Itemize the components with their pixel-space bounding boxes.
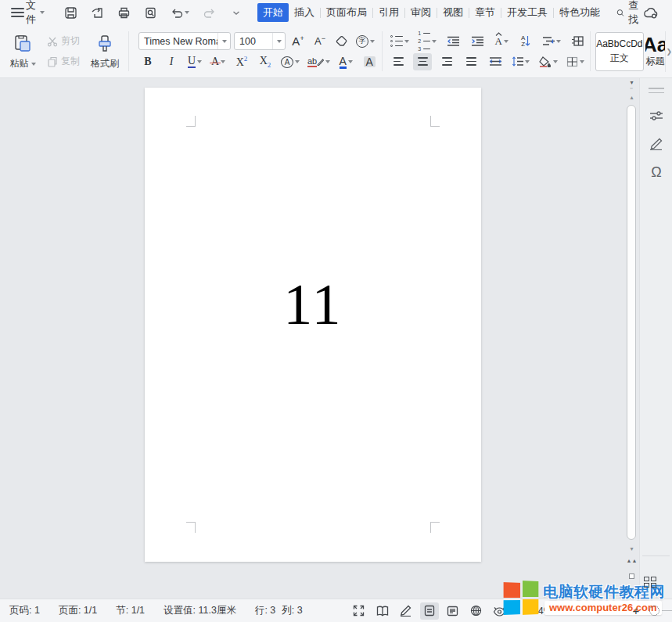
tab-page-layout[interactable]: 页面布局 (321, 3, 372, 22)
decrease-font-button[interactable]: A− (311, 33, 329, 50)
tab-developer[interactable]: 开发工具 (501, 3, 553, 22)
eye-protect-icon[interactable] (491, 602, 509, 620)
text-direction-icon (495, 32, 502, 36)
tab-references[interactable]: 引用 (373, 3, 404, 22)
sort-button[interactable]: AZ (516, 33, 535, 50)
print-icon[interactable] (115, 4, 132, 21)
shading-button[interactable] (537, 53, 559, 70)
status-section[interactable]: 节: 1/1 (106, 604, 154, 617)
panel-drag-handle[interactable] (649, 88, 664, 93)
main-menu-icon[interactable] (11, 8, 24, 17)
qat-customize-caret-icon[interactable] (228, 4, 245, 21)
document-text[interactable]: 11 (145, 275, 481, 333)
ink-mode-icon[interactable] (397, 602, 415, 620)
borders-button[interactable] (565, 53, 586, 70)
scroll-up-icon[interactable]: ▴ (624, 92, 639, 103)
redo-button-disabled[interactable] (201, 4, 218, 21)
align-right-button[interactable] (437, 53, 456, 70)
numbered-list-button[interactable]: 123 (416, 33, 438, 50)
caret-down-icon (404, 40, 409, 43)
style-normal[interactable]: AaBbCcDd 正文 (595, 32, 643, 71)
text-effects-button[interactable]: A (279, 53, 301, 70)
zoom-out-button[interactable]: − (565, 604, 577, 618)
save-icon[interactable] (62, 4, 79, 21)
highlight-pen-icon (317, 58, 324, 66)
status-line[interactable]: 行: 3 (246, 604, 279, 617)
decrease-indent-icon (447, 36, 460, 46)
insert-frame-button[interactable] (568, 33, 587, 50)
file-menu-button[interactable]: 文件 (24, 0, 51, 27)
tab-review[interactable]: 审阅 (405, 3, 437, 22)
decrease-indent-button[interactable] (444, 33, 462, 50)
status-setting-value[interactable]: 设置值: 11.3厘米 (154, 604, 246, 617)
omega-symbol-icon[interactable]: Ω (640, 160, 672, 184)
tab-insert[interactable]: 插入 (289, 3, 320, 22)
margin-mark-bottom-left (186, 522, 196, 533)
align-center-button[interactable] (413, 53, 432, 70)
style-title[interactable]: Aa 标题 (645, 32, 666, 71)
properties-sliders-icon[interactable] (640, 104, 672, 128)
text-direction-button[interactable]: A (492, 33, 511, 50)
vertical-scrollbar[interactable]: ▾┄ ▴ ▾ ▲▲ (624, 78, 639, 599)
scroll-down-icon[interactable]: ▾ (624, 544, 639, 555)
bullet-list-button[interactable] (389, 33, 411, 50)
ink-pen-icon[interactable] (640, 132, 672, 156)
increase-font-button[interactable]: A+ (289, 33, 307, 50)
outline-view-icon[interactable] (444, 602, 462, 620)
caret-down-icon (221, 60, 225, 63)
cut-button-disabled[interactable]: 剪切 (47, 34, 80, 49)
cloud-sync-icon[interactable] (642, 4, 659, 21)
distribute-button[interactable] (486, 53, 505, 70)
read-layout-icon[interactable] (373, 602, 392, 620)
undo-button[interactable] (168, 4, 192, 21)
paste-button[interactable]: 粘贴 (5, 29, 41, 76)
ruler-toggle-icon[interactable]: ▾┄ (624, 80, 639, 91)
italic-button[interactable]: I (162, 53, 181, 70)
font-size-select[interactable]: 100 (234, 32, 286, 50)
font-name-select[interactable]: Times New Roman (138, 32, 231, 50)
previous-page-icon[interactable]: ▲▲ (624, 555, 639, 566)
align-left-button[interactable] (389, 53, 408, 70)
phonetic-guide-button[interactable]: 字 (354, 33, 376, 50)
clear-format-button[interactable] (332, 33, 351, 50)
font-color-button[interactable]: A (336, 53, 355, 70)
highlight-color-button[interactable]: ab (306, 53, 332, 70)
status-pages[interactable]: 页面: 1/1 (49, 604, 106, 617)
style-name: 正文 (610, 52, 629, 65)
page-view-icon[interactable] (420, 602, 439, 620)
web-layout-icon[interactable] (467, 602, 486, 620)
right-task-panel: Ω (639, 78, 672, 599)
scrollbar-thumb[interactable] (627, 105, 636, 540)
window-grid-icon[interactable] (644, 577, 659, 590)
bold-button[interactable]: B (138, 53, 157, 70)
tab-section[interactable]: 章节 (469, 3, 501, 22)
format-painter-button[interactable]: 格式刷 (84, 29, 125, 76)
strikethrough-button[interactable]: A (209, 53, 228, 70)
superscript-button[interactable]: X2 (232, 53, 251, 70)
copy-label: 复制 (61, 55, 80, 68)
zoom-in-button[interactable]: + (630, 604, 642, 617)
copy-button-disabled[interactable]: 复制 (47, 54, 80, 70)
fit-page-button[interactable] (649, 606, 659, 616)
line-spacing-button[interactable] (510, 53, 531, 70)
justify-button[interactable] (462, 53, 480, 70)
print-preview-icon[interactable] (142, 4, 159, 21)
status-page-number[interactable]: 页码: 1 (0, 604, 49, 617)
style-gallery-next-icon[interactable]: ❯ (665, 31, 672, 72)
char-shading-button[interactable]: A (360, 53, 379, 70)
document-page[interactable]: 11 (145, 88, 481, 562)
browse-object-icon[interactable] (624, 570, 639, 581)
increase-indent-button[interactable] (468, 33, 487, 50)
paragraph-layout-button[interactable] (541, 33, 562, 50)
tab-view[interactable]: 视图 (437, 3, 469, 22)
caret-down-icon (504, 40, 508, 43)
status-column[interactable]: 列: 3 (279, 604, 311, 617)
tab-special-features[interactable]: 特色功能 (554, 3, 606, 22)
fullscreen-view-icon[interactable] (350, 602, 368, 620)
export-pdf-icon[interactable] (88, 4, 106, 21)
find-button[interactable]: 查找 (616, 0, 642, 27)
subscript-button[interactable]: X2 (256, 53, 275, 70)
tab-home[interactable]: 开始 (257, 3, 289, 22)
zoom-level-button[interactable]: 54% (528, 606, 565, 617)
underline-button[interactable]: U (185, 53, 204, 70)
